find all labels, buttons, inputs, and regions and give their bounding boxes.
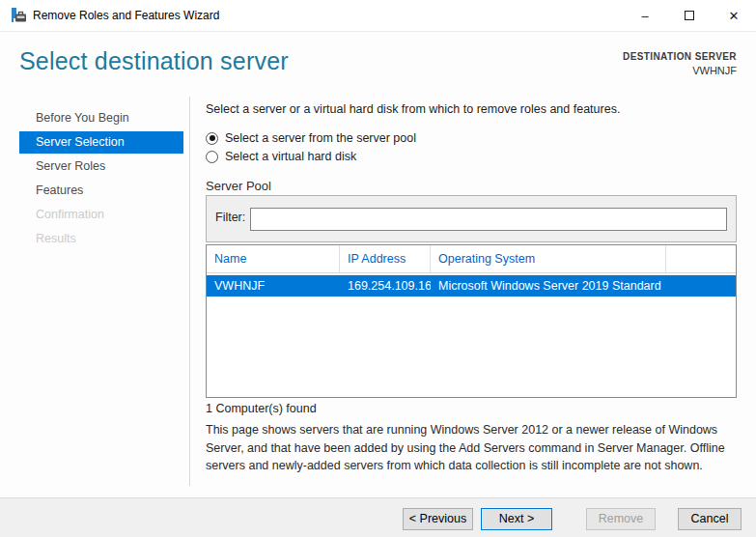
minimize-button[interactable]: –: [623, 0, 667, 31]
radio-server-pool-label: Select a server from the server pool: [225, 131, 416, 145]
server-pool-heading: Server Pool: [206, 179, 271, 193]
radio-vhd-label: Select a virtual hard disk: [225, 150, 356, 163]
column-header-ip-address[interactable]: IP Address: [340, 245, 431, 272]
page-title: Select destination server: [19, 47, 289, 75]
cell-empty: [666, 275, 736, 297]
wizard-steps-nav: Before You Begin Server Selection Server…: [19, 107, 183, 252]
sidebar-item-confirmation: Confirmation: [19, 204, 183, 226]
cell-server-name: VWHNJF: [207, 275, 340, 297]
column-header-name[interactable]: Name: [207, 245, 340, 272]
remove-button: Remove: [586, 508, 656, 530]
previous-button[interactable]: < Previous: [403, 508, 473, 530]
next-button[interactable]: Next >: [481, 508, 552, 530]
radio-unselected-icon: [206, 151, 218, 163]
radio-select-vhd[interactable]: Select a virtual hard disk: [206, 150, 356, 163]
filter-input[interactable]: [250, 208, 727, 231]
cell-server-os: Microsoft Windows Server 2019 Standard: [431, 275, 666, 297]
server-manager-icon: [11, 8, 26, 23]
page-description: This page shows servers that are running…: [206, 421, 741, 475]
destination-server-block: DESTINATION SERVER VWHNJF: [623, 51, 737, 76]
filter-panel: Filter:: [206, 195, 737, 242]
table-header-row: Name IP Address Operating System: [207, 245, 736, 273]
window-title: Remove Roles and Features Wizard: [33, 9, 219, 22]
cell-server-ip: 169.254.109.16...: [340, 275, 431, 297]
filter-label: Filter:: [215, 211, 245, 224]
sidebar-item-server-selection[interactable]: Server Selection: [19, 131, 183, 154]
radio-select-server-pool[interactable]: Select a server from the server pool: [206, 131, 416, 145]
radio-selected-icon: [206, 132, 218, 145]
window-controls: – ✕: [623, 0, 756, 31]
intro-text: Select a server or a virtual hard disk f…: [206, 102, 620, 116]
sidebar-item-features[interactable]: Features: [19, 180, 183, 202]
server-pool-table: Name IP Address Operating System VWHNJF …: [206, 244, 737, 398]
sidebar-item-server-roles[interactable]: Server Roles: [19, 155, 183, 178]
maximize-button[interactable]: [667, 0, 712, 31]
wizard-window: Remove Roles and Features Wizard – ✕ Sel…: [0, 0, 756, 537]
destination-server-label: DESTINATION SERVER: [623, 51, 737, 62]
cancel-button[interactable]: Cancel: [678, 508, 742, 530]
title-bar: Remove Roles and Features Wizard – ✕: [0, 0, 756, 32]
maximize-icon: [685, 11, 694, 20]
sidebar-item-before-you-begin[interactable]: Before You Begin: [19, 107, 183, 129]
column-header-empty: [666, 245, 736, 272]
table-row-selected[interactable]: VWHNJF 169.254.109.16... Microsoft Windo…: [207, 275, 736, 297]
sidebar-divider: [189, 97, 190, 486]
computers-found-status: 1 Computer(s) found: [206, 402, 317, 415]
close-button[interactable]: ✕: [712, 0, 756, 31]
sidebar-item-results: Results: [19, 228, 183, 250]
destination-server-value: VWHNJF: [623, 65, 737, 76]
column-header-operating-system[interactable]: Operating System: [431, 245, 666, 272]
